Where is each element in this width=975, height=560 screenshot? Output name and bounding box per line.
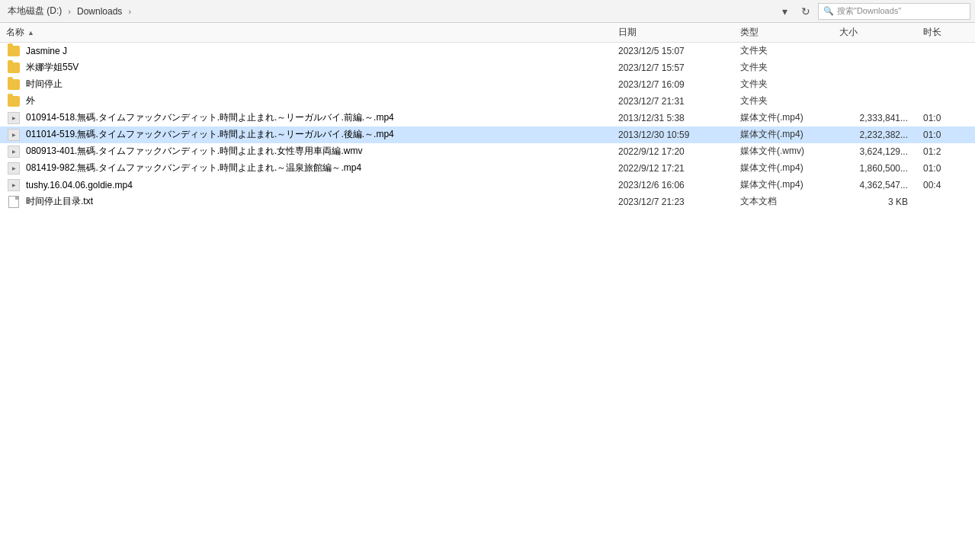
file-name: tushy.16.04.06.goldie.mp4 [26,180,618,190]
file-date: 2023/12/7 21:31 [618,96,740,107]
file-name: 081419-982.無碼.タイムファックバンディット.時間よ止まれ.～温泉旅館… [26,162,618,174]
file-name: 时间停止目录.txt [26,195,618,208]
file-date: 2023/12/7 21:23 [618,197,740,207]
video-icon [6,178,21,193]
dropdown-button[interactable]: ▾ [775,2,794,21]
search-icon: 🔍 [823,6,834,16]
file-type: 媒体文件(.mp4) [740,178,839,191]
col-header-duration[interactable]: 时长 [923,26,969,39]
video-icon [6,127,21,142]
table-row[interactable]: tushy.16.04.06.goldie.mp4 2023/12/6 16:0… [0,177,975,194]
col-header-date[interactable]: 日期 [618,26,740,39]
file-duration: 01:0 [923,163,969,174]
file-date: 2023/12/6 16:06 [618,180,740,190]
table-row[interactable]: 010914-518.無碼.タイムファックバンディット.時間よ止まれ.～リーガル… [0,110,975,126]
breadcrumb-sep-1: › [68,7,71,16]
file-duration: 01:0 [923,113,969,123]
table-row[interactable]: 011014-519.無碼.タイムファックバンディット.時間よ止まれ.～リーガル… [0,126,975,143]
folder-icon [6,94,21,109]
file-type: 文本文档 [740,195,839,208]
breadcrumb-downloads[interactable]: Downloads [74,5,125,18]
file-size: 3,624,129... [839,146,923,157]
file-type: 文件夹 [740,78,839,91]
file-type: 文件夹 [740,44,839,57]
table-row[interactable]: 080913-401.無碼.タイムファックバンディット.時間よ止まれ.女性専用車… [0,143,975,160]
breadcrumb-sep-2: › [128,7,131,16]
file-name: 外 [26,94,618,107]
search-placeholder: 搜索"Downloads" [837,5,901,17]
file-date: 2023/12/5 15:07 [618,46,740,56]
file-date: 2022/9/12 17:20 [618,146,740,157]
table-row[interactable]: Jasmine J 2023/12/5 15:07 文件夹 [0,43,975,59]
col-header-type[interactable]: 类型 [740,26,839,39]
file-name: 080913-401.無碼.タイムファックバンディット.時間よ止まれ.女性専用車… [26,145,618,158]
video-icon [6,161,21,176]
chevron-down-icon: ▾ [782,5,787,18]
column-headers: 名称 ▲ 日期 类型 大小 时长 [0,23,975,43]
file-size: 3 KB [839,197,923,207]
table-row[interactable]: 米娜学姐55V 2023/12/7 15:57 文件夹 [0,59,975,76]
sort-icon: ▲ [27,29,34,37]
address-bar: 本地磁盘 (D:) › Downloads › ▾ ↻ 🔍 搜索"Downloa… [0,0,975,23]
refresh-icon: ↻ [801,5,810,18]
file-date: 2013/12/30 10:59 [618,130,740,140]
file-name: 010914-518.無碼.タイムファックバンディット.時間よ止まれ.～リーガル… [26,111,618,124]
table-row[interactable]: 081419-982.無碼.タイムファックバンディット.時間よ止まれ.～温泉旅館… [0,160,975,177]
file-date: 2022/9/12 17:21 [618,163,740,174]
col-header-name[interactable]: 名称 ▲ [6,26,618,39]
file-type: 媒体文件(.mp4) [740,128,839,141]
file-type: 媒体文件(.mp4) [740,111,839,124]
txt-icon [6,194,21,210]
file-type: 媒体文件(.wmv) [740,145,839,158]
file-type: 媒体文件(.mp4) [740,162,839,174]
file-type: 文件夹 [740,61,839,74]
file-date: 2013/12/31 5:38 [618,113,740,123]
search-box[interactable]: 🔍 搜索"Downloads" [818,3,970,20]
file-date: 2023/12/7 16:09 [618,79,740,90]
folder-icon [6,60,21,75]
file-date: 2023/12/7 15:57 [618,62,740,73]
file-name: 米娜学姐55V [26,61,618,74]
file-duration: 00:4 [923,180,969,190]
video-icon [6,144,21,159]
table-row[interactable]: 时间停止 2023/12/7 16:09 文件夹 [0,76,975,93]
file-name: Jasmine J [26,46,618,56]
folder-icon [6,43,21,59]
file-size: 2,333,841... [839,113,923,123]
breadcrumb-drive[interactable]: 本地磁盘 (D:) [5,3,65,19]
video-icon [6,110,21,126]
file-duration: 01:0 [923,130,969,140]
refresh-button[interactable]: ↻ [797,2,815,21]
col-header-size[interactable]: 大小 [839,26,923,39]
file-list: Jasmine J 2023/12/5 15:07 文件夹 米娜学姐55V 20… [0,43,975,210]
file-name: 011014-519.無碼.タイムファックバンディット.時間よ止まれ.～リーガル… [26,128,618,141]
file-size: 4,362,547... [839,180,923,190]
file-name: 时间停止 [26,78,618,91]
file-type: 文件夹 [740,94,839,107]
folder-icon [6,77,21,92]
table-row[interactable]: 外 2023/12/7 21:31 文件夹 [0,93,975,110]
file-duration: 01:2 [923,146,969,157]
file-size: 2,232,382... [839,130,923,140]
file-size: 1,860,500... [839,163,923,174]
table-row[interactable]: 时间停止目录.txt 2023/12/7 21:23 文本文档 3 KB [0,194,975,210]
